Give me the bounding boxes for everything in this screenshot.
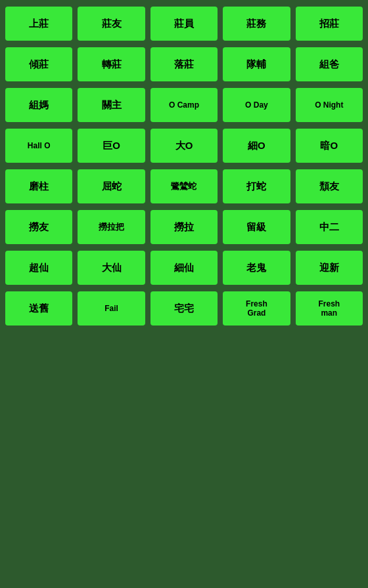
badge-se-la[interactable]: 撈拉 <box>150 210 218 244</box>
badge-xi-xian[interactable]: 細仙 <box>150 251 218 285</box>
badge-da-xian[interactable]: 大仙 <box>78 251 145 285</box>
badge-zhuang-wu[interactable]: 莊務 <box>223 7 290 41</box>
badge-lao-gui[interactable]: 老鬼 <box>223 251 290 285</box>
badge-shang-zhuang[interactable]: 上莊 <box>5 7 72 41</box>
sticker-grid: 上莊莊友莊員莊務招莊傾莊轉莊落莊隊輔組爸組媽關主O CampO DayO Nig… <box>5 7 363 326</box>
badge-hall-o[interactable]: Hall O <box>5 129 72 163</box>
badge-zhao-zhuang[interactable]: 招莊 <box>296 7 363 41</box>
badge-mo-zhu[interactable]: 磨柱 <box>5 169 72 203</box>
badge-o-day[interactable]: O Day <box>223 88 290 122</box>
badge-se-you[interactable]: 撈友 <box>5 210 72 244</box>
badge-da-she[interactable]: 打蛇 <box>223 169 290 203</box>
badge-lai-you[interactable]: 頹友 <box>296 169 363 203</box>
badge-zu-ma[interactable]: 組媽 <box>5 88 72 122</box>
badge-liu-ji[interactable]: 留級 <box>223 210 290 244</box>
badge-zhuang-you[interactable]: 莊友 <box>78 7 145 41</box>
badge-qu-she[interactable]: 屈蛇 <box>78 169 145 203</box>
badge-o-camp[interactable]: O Camp <box>150 88 218 122</box>
badge-zhuang-yuan[interactable]: 莊員 <box>150 7 218 41</box>
badge-fresh-grad[interactable]: FreshGrad <box>223 291 290 326</box>
badge-da-o[interactable]: 大O <box>150 129 218 163</box>
badge-jing-she[interactable]: 鷺鷥蛇 <box>150 169 218 203</box>
badge-zhai-zhai[interactable]: 宅宅 <box>150 291 218 326</box>
badge-fresh-man[interactable]: Freshman <box>296 291 363 326</box>
badge-dui-fu[interactable]: 隊輔 <box>223 47 290 81</box>
badge-zhuan-zhuang[interactable]: 轉莊 <box>78 47 145 81</box>
badge-chao-xian[interactable]: 超仙 <box>5 251 72 285</box>
badge-an-o[interactable]: 暗O <box>296 129 363 163</box>
badge-zhong-er[interactable]: 中二 <box>296 210 363 244</box>
badge-zu-ba[interactable]: 組爸 <box>296 47 363 81</box>
badge-ying-xin[interactable]: 迎新 <box>296 251 363 285</box>
badge-luo-zhuang[interactable]: 落莊 <box>150 47 218 81</box>
badge-se-la-ba[interactable]: 撈拉把 <box>78 210 145 244</box>
badge-song-jiu[interactable]: 送舊 <box>5 291 72 326</box>
badge-guan-zhu[interactable]: 關主 <box>78 88 145 122</box>
badge-ju-o[interactable]: 巨O <box>78 129 145 163</box>
badge-xi-o[interactable]: 細O <box>223 129 290 163</box>
badge-o-night[interactable]: O Night <box>296 88 363 122</box>
badge-qing-zhuang[interactable]: 傾莊 <box>5 47 72 81</box>
badge-fail[interactable]: Fail <box>78 291 145 326</box>
